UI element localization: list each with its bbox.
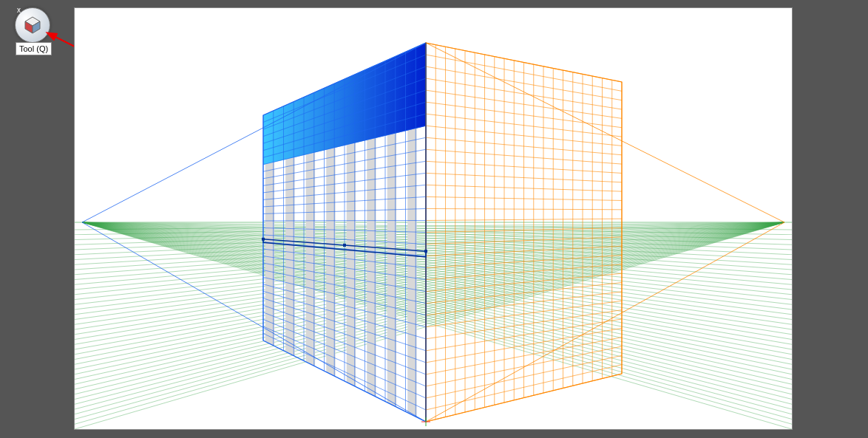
svg-line-74 <box>82 222 792 400</box>
app-stage: x Tool (Q) chọn mặt vẽ hình <box>0 0 868 438</box>
svg-marker-95 <box>407 129 416 417</box>
svg-marker-90 <box>306 152 315 366</box>
close-icon[interactable]: x <box>17 7 24 14</box>
svg-line-38 <box>82 222 792 309</box>
svg-marker-88 <box>265 162 274 346</box>
svg-line-84 <box>82 222 792 424</box>
svg-rect-211 <box>343 244 346 247</box>
svg-line-72 <box>82 222 792 394</box>
svg-line-205 <box>426 222 784 422</box>
svg-line-70 <box>82 222 792 389</box>
svg-line-75 <box>75 222 784 400</box>
svg-line-71 <box>75 222 784 389</box>
svg-line-65 <box>75 222 784 374</box>
svg-marker-94 <box>387 133 396 407</box>
svg-line-49 <box>75 222 784 335</box>
svg-line-69 <box>75 222 784 384</box>
svg-rect-209 <box>262 238 265 241</box>
svg-line-48 <box>82 222 792 335</box>
svg-marker-92 <box>347 143 356 386</box>
svg-line-68 <box>82 222 792 384</box>
drawing-canvas[interactable] <box>74 7 793 430</box>
svg-line-39 <box>75 222 784 309</box>
svg-line-204 <box>426 43 784 222</box>
svg-line-85 <box>75 222 784 424</box>
svg-marker-93 <box>367 138 376 397</box>
svg-rect-210 <box>424 250 427 253</box>
svg-line-73 <box>75 222 784 394</box>
svg-line-64 <box>82 222 792 374</box>
perspective-grid <box>75 8 792 429</box>
svg-marker-91 <box>326 148 335 377</box>
svg-marker-89 <box>285 157 294 356</box>
